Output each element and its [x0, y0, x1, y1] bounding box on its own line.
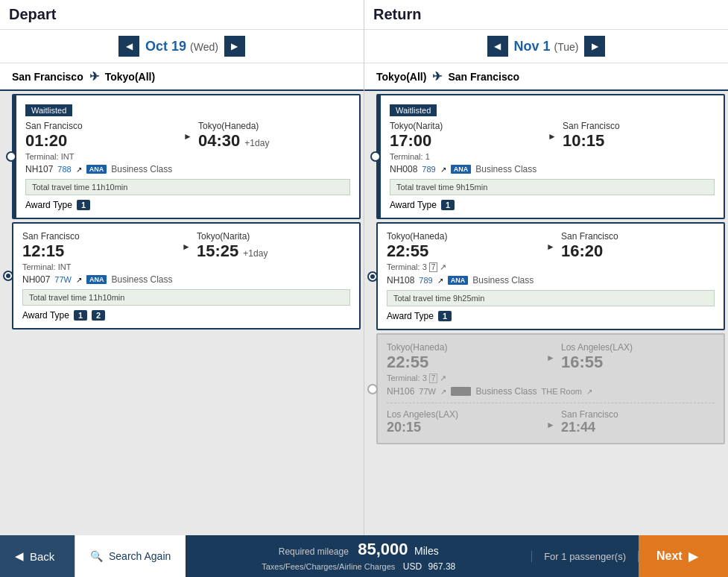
next-chevron-icon: ▶: [689, 549, 697, 564]
depart-f1-traveltime: Total travel time 11h10min: [25, 179, 350, 195]
return-f3-conn-from-time: 20:15: [387, 420, 540, 435]
depart-f2-to-time: 15:25 +1day: [197, 242, 350, 261]
return-f3-conn-arrow: ►: [546, 409, 555, 430]
return-f1-aircraft[interactable]: 789: [422, 165, 435, 174]
depart-radio-2[interactable]: [3, 271, 13, 281]
depart-next-btn[interactable]: ▶: [224, 36, 245, 57]
depart-f2-award-row: Award Type 1 2: [22, 310, 350, 321]
depart-from: San Francisco: [12, 71, 83, 83]
depart-f2-award-1: 1: [74, 310, 87, 321]
return-f3-flightnum: NH106: [387, 386, 414, 397]
depart-f1-to-time: 04:30 +1day: [198, 131, 350, 151]
return-radio-1[interactable]: [370, 151, 381, 162]
return-f3-conn-from: Los Angeles(LAX) 20:15: [387, 409, 540, 435]
depart-f1-info: NH107 788 ↗ ANA Business Class: [25, 164, 350, 174]
plane-icon-return: ✈: [432, 69, 442, 83]
return-f2-to: San Francisco 16:20: [561, 231, 715, 261]
search-again-button[interactable]: 🔍 Search Again: [75, 535, 186, 577]
return-flight-3-row: Tokyo(Haneda) 22:55 Terminal: 3 7 ↗ ► Lo…: [387, 342, 715, 383]
return-flight-1-row: Tokyo(Narita) 17:00 Terminal: 1 ► San Fr…: [390, 121, 715, 161]
passengers-info: For 1 passenger(s): [531, 551, 639, 562]
return-flight-1[interactable]: Waitlisted Tokyo(Narita) 17:00 Terminal:…: [376, 94, 725, 219]
charges-currency: USD: [403, 561, 422, 572]
return-f3-to-time: 16:55: [561, 353, 715, 372]
depart-f1-arrow: ►: [183, 121, 192, 142]
depart-f2-from-time: 12:15: [22, 242, 176, 261]
depart-f2-award-2: 2: [92, 310, 105, 321]
return-flights-list: Waitlisted Tokyo(Narita) 17:00 Terminal:…: [364, 91, 728, 535]
return-f3-to: Los Angeles(LAX) 16:55: [561, 342, 715, 372]
return-flight-2[interactable]: Tokyo(Haneda) 22:55 Terminal: 3 7 ↗ ► Sa…: [376, 222, 725, 330]
return-f2-to-city: San Francisco: [561, 231, 715, 242]
return-f1-info: NH008 789 ↗ ANA Business Class: [390, 164, 715, 174]
return-flight-3[interactable]: Tokyo(Haneda) 22:55 Terminal: 3 7 ↗ ► Lo…: [376, 333, 725, 444]
depart-f2-to-city: Tokyo(Narita): [197, 231, 350, 242]
return-f1-award-1: 1: [441, 200, 455, 210]
waitlisted-badge-dep1: Waitlisted: [25, 104, 72, 116]
depart-header: Depart: [0, 0, 364, 30]
return-next-btn[interactable]: ▶: [584, 36, 605, 57]
return-f2-aircraft[interactable]: 789: [419, 276, 432, 285]
depart-flight-2[interactable]: San Francisco 12:15 Terminal: INT ► Toky…: [12, 222, 361, 330]
depart-f1-to: Tokyo(Haneda) 04:30 +1day: [198, 121, 350, 151]
depart-f2-terminal: Terminal: INT: [22, 262, 176, 271]
return-f3-to-city: Los Angeles(LAX): [561, 342, 715, 353]
return-f2-extlink: ↗: [437, 277, 443, 285]
return-date-nav: ◀ Nov 1 (Tue) ▶: [364, 30, 728, 63]
search-icon: 🔍: [90, 550, 103, 562]
return-f2-award-row: Award Type 1: [387, 311, 715, 321]
return-f3-arrow: ►: [546, 342, 555, 363]
depart-f1-award-1: 1: [77, 200, 90, 210]
depart-radio-1[interactable]: [6, 151, 16, 162]
depart-f2-aircraft[interactable]: 77W: [54, 275, 72, 284]
return-f2-award-1: 1: [438, 311, 452, 321]
back-chevron-icon: ◀: [15, 549, 24, 563]
return-header: Return: [364, 0, 728, 30]
depart-f1-aircraft[interactable]: 788: [57, 165, 71, 174]
return-f1-extlink: ↗: [440, 165, 446, 174]
return-column: Return ◀ Nov 1 (Tue) ▶ Tokyo(All) ✈ San …: [364, 0, 728, 535]
return-radio-3[interactable]: [367, 384, 378, 394]
return-f2-class: Business Class: [472, 275, 534, 286]
return-f1-arrow: ►: [548, 121, 557, 142]
back-button[interactable]: ◀ Back: [0, 535, 75, 577]
depart-title: Depart: [9, 6, 355, 23]
return-radio-2[interactable]: [367, 271, 378, 282]
return-prev-btn[interactable]: ◀: [487, 36, 508, 57]
depart-date-nav: ◀ Oct 19 (Wed) ▶: [0, 30, 364, 63]
depart-flight-1[interactable]: Waitlisted San Francisco 01:20 Terminal:…: [12, 94, 361, 219]
return-f1-logo: ANA: [451, 165, 472, 174]
next-button[interactable]: Next ▶: [639, 535, 728, 577]
return-f1-to: San Francisco 10:15: [563, 121, 715, 151]
return-f3-connecting: Los Angeles(LAX) 20:15 ► San Francisco 2…: [387, 403, 715, 435]
return-to: San Francisco: [448, 71, 519, 83]
return-f3-from: Tokyo(Haneda) 22:55 Terminal: 3 7 ↗: [387, 342, 540, 383]
depart-prev-btn[interactable]: ◀: [118, 36, 139, 57]
return-f1-terminal: Terminal: 1: [390, 152, 542, 161]
depart-f2-from-city: San Francisco: [22, 231, 176, 242]
depart-f1-from: San Francisco 01:20 Terminal: INT: [25, 121, 177, 161]
return-f1-award-row: Award Type 1: [390, 200, 715, 210]
return-f2-terminal: Terminal: 3 7 ↗: [387, 262, 540, 272]
return-f2-logo: ANA: [448, 276, 469, 285]
depart-flight-1-row: San Francisco 01:20 Terminal: INT ► Toky…: [25, 121, 350, 161]
return-f3-theroom: THE Room: [542, 387, 582, 396]
required-mileage-label: Required mileage: [279, 546, 349, 557]
return-f1-to-time: 10:15: [563, 131, 715, 151]
return-f1-from-city: Tokyo(Narita): [390, 121, 542, 131]
return-f3-theroom-link: ↗: [586, 388, 592, 396]
return-f3-aircraft[interactable]: 77W: [419, 387, 436, 396]
mileage-info: Required mileage 85,000 Miles Taxes/Fees…: [186, 540, 531, 573]
return-f2-info: NH108 789 ↗ ANA Business Class: [387, 275, 715, 286]
return-f2-award-label: Award Type: [387, 311, 434, 321]
waitlisted-badge-ret1: Waitlisted: [390, 104, 437, 116]
depart-route: San Francisco ✈ Tokyo(All): [0, 63, 364, 91]
return-f3-conn-to: San Francisco 21:44: [561, 409, 715, 435]
columns-wrapper: Depart ◀ Oct 19 (Wed) ▶ San Francisco ✈ …: [0, 0, 728, 535]
depart-f2-class: Business Class: [111, 274, 172, 285]
mileage-unit: Miles: [414, 545, 439, 557]
depart-f2-from: San Francisco 12:15 Terminal: INT: [22, 231, 176, 271]
return-f1-award-label: Award Type: [390, 200, 437, 210]
return-f2-from-time: 22:55: [387, 242, 540, 261]
return-f2-flightnum: NH108: [387, 275, 414, 286]
